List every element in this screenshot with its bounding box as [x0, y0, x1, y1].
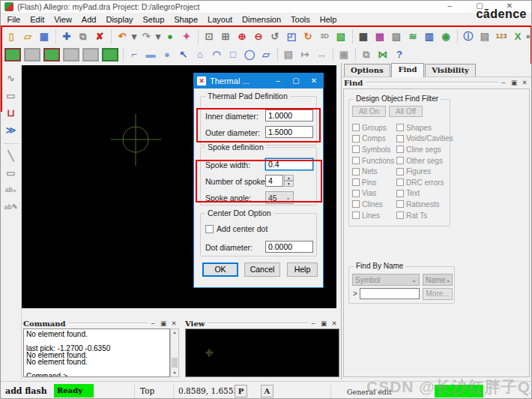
rat-ts-checkbox[interactable] — [396, 212, 404, 219]
view-panel-header[interactable]: View – ▣ ✕ — [185, 319, 339, 328]
add-arc-button[interactable]: ◠ — [208, 47, 225, 62]
layer-2-toggle[interactable] — [24, 48, 40, 62]
menu-tools[interactable]: Tools — [286, 14, 315, 26]
slide-route-button[interactable]: ∿ — [3, 70, 19, 86]
flip-design-button[interactable]: ▧ — [333, 29, 349, 44]
dot-diameter-input[interactable]: 0.0000 — [265, 241, 313, 253]
find-name-input[interactable] — [360, 288, 420, 299]
tab-options[interactable]: Options — [344, 64, 390, 76]
text-edit-button[interactable]: ab✎ — [3, 200, 19, 214]
grid-toggle-button[interactable]: ▦ — [355, 29, 372, 44]
add-line-button[interactable]: ⌐ — [126, 47, 142, 62]
cline-segs-checkbox[interactable] — [396, 146, 404, 153]
undo-button[interactable]: ↶ — [114, 29, 130, 44]
redo-caret-button[interactable]: ▾ — [154, 29, 162, 44]
figures-checkbox[interactable] — [396, 168, 404, 176]
drc-errors-checkbox[interactable] — [396, 178, 404, 186]
net-bowtie-button[interactable]: ⋈ — [375, 47, 391, 62]
command-close-button[interactable]: ✕ — [169, 319, 179, 328]
add-polygon-button[interactable]: ⌂ — [192, 47, 208, 62]
groups-checkbox[interactable] — [352, 124, 360, 131]
find-restore-button[interactable]: ▣ — [509, 78, 519, 87]
save-button[interactable]: ▦ — [36, 29, 52, 44]
circle-outline-button[interactable]: ◯ — [241, 47, 258, 62]
color-dialog-button[interactable]: ▩ — [372, 29, 388, 44]
text-add-button[interactable]: ab₊ — [3, 182, 19, 197]
tab-visibility[interactable]: Visibility — [425, 64, 476, 76]
view-close-button[interactable]: ✕ — [329, 319, 339, 328]
more-button[interactable]: More... — [423, 288, 453, 300]
application-mode-button[interactable]: A — [261, 385, 273, 398]
shapes-checkbox[interactable] — [396, 124, 404, 131]
layer-5-toggle[interactable] — [82, 48, 99, 62]
zoom-points-button[interactable]: ⊡ — [201, 29, 217, 44]
menu-dimension[interactable]: Dimension — [238, 14, 286, 26]
layer-1-toggle[interactable] — [4, 48, 21, 62]
shape-slant-button[interactable]: ▱ — [258, 47, 274, 62]
find-panel-header[interactable]: Find – ▣ ✕ — [344, 78, 530, 87]
new-file-button[interactable]: ▯ — [3, 29, 19, 44]
redo-button[interactable]: ↷ — [138, 29, 154, 44]
world-view-button[interactable]: ◉ — [438, 29, 454, 44]
zoom-out-button[interactable]: ⊖ — [250, 29, 267, 44]
text-checkbox[interactable] — [396, 190, 404, 197]
functions-checkbox[interactable] — [352, 157, 360, 164]
scroll-thumb[interactable] — [172, 358, 178, 368]
scroll-up-icon[interactable]: ▴ — [171, 329, 178, 336]
window-minimize-button[interactable]: – — [439, 1, 460, 12]
voids-cavities-checkbox[interactable] — [396, 135, 404, 142]
zoom-in-button[interactable]: ⊕ — [234, 29, 250, 44]
other-segs-checkbox[interactable] — [396, 157, 404, 164]
all-on-button[interactable]: All On — [352, 106, 386, 117]
redraw-button[interactable]: ↻ — [300, 29, 316, 44]
inner-diameter-input[interactable]: 1.0000 — [265, 110, 313, 122]
dialog-maximize-button[interactable]: ▢ — [287, 74, 305, 88]
group-route-button[interactable]: ▭ — [3, 88, 19, 103]
spoke-count-input[interactable]: 4 — [265, 175, 283, 187]
cross-section-button[interactable]: ▥ — [421, 29, 438, 44]
shadow-mode-button[interactable]: ≋ — [405, 29, 421, 44]
ratsnests-checkbox[interactable] — [396, 200, 404, 208]
line-button[interactable]: ╲ — [3, 148, 19, 163]
toolbar-overflow-button[interactable]: » — [526, 32, 531, 40]
tab-find[interactable]: Find — [391, 63, 423, 77]
menu-add[interactable]: Add — [76, 14, 101, 26]
highlight-button[interactable]: ● — [162, 29, 178, 44]
scroll-down-icon[interactable]: ▾ — [171, 370, 178, 376]
cancel-button[interactable]: Cancel — [244, 262, 280, 277]
color-priority-button[interactable]: ▨ — [388, 29, 405, 44]
command-restore-button[interactable]: ▣ — [158, 319, 169, 328]
dialog-minimize-button[interactable]: – — [269, 74, 287, 88]
dialog-close-button[interactable]: ✕ — [305, 74, 323, 88]
select-button[interactable]: ↖ — [175, 47, 192, 62]
properties-button[interactable]: ▤ — [477, 29, 493, 44]
add-circle-button[interactable]: ● — [159, 47, 175, 62]
command-minimize-button[interactable]: – — [148, 319, 158, 328]
spoke-angle-select[interactable]: 45 ⌄ — [265, 191, 294, 204]
outer-diameter-input[interactable]: 1.5000 — [265, 126, 313, 138]
all-off-button[interactable]: All Off — [389, 106, 423, 117]
undo-caret-button[interactable]: ▾ — [130, 29, 138, 44]
layer-4-toggle[interactable] — [63, 48, 79, 62]
snapshot-button[interactable]: ▣ — [336, 47, 352, 62]
menu-layout[interactable]: Layout — [203, 14, 238, 26]
zoom-previous-button[interactable]: ↺ — [267, 29, 283, 44]
help-button[interactable]: ? — [391, 47, 408, 62]
menu-shape[interactable]: Shape — [169, 14, 203, 26]
pad-edit-button[interactable]: ▤ — [280, 47, 297, 62]
rectangle-button[interactable]: ▭ — [3, 165, 19, 180]
clines-checkbox[interactable] — [352, 200, 360, 208]
layer-3-toggle[interactable] — [43, 48, 60, 62]
menu-setup[interactable]: Setup — [138, 14, 169, 26]
zoom-fit-button[interactable]: ⊞ — [217, 29, 234, 44]
command-console[interactable]: No element found. last pick: -1.2700 -0.… — [23, 328, 170, 377]
pick-button[interactable]: P — [235, 385, 247, 398]
copy-pages-button[interactable]: ⧉ — [358, 47, 375, 62]
menu-file[interactable]: File — [2, 14, 25, 26]
menu-display[interactable]: Display — [101, 14, 138, 26]
waive-drc-button[interactable]: X — [510, 29, 526, 44]
fanout-button[interactable]: ≫ — [3, 122, 19, 137]
symbols-checkbox[interactable] — [352, 146, 360, 153]
add-center-dot-checkbox[interactable] — [205, 225, 214, 233]
view-thumbnail[interactable] — [185, 328, 339, 377]
